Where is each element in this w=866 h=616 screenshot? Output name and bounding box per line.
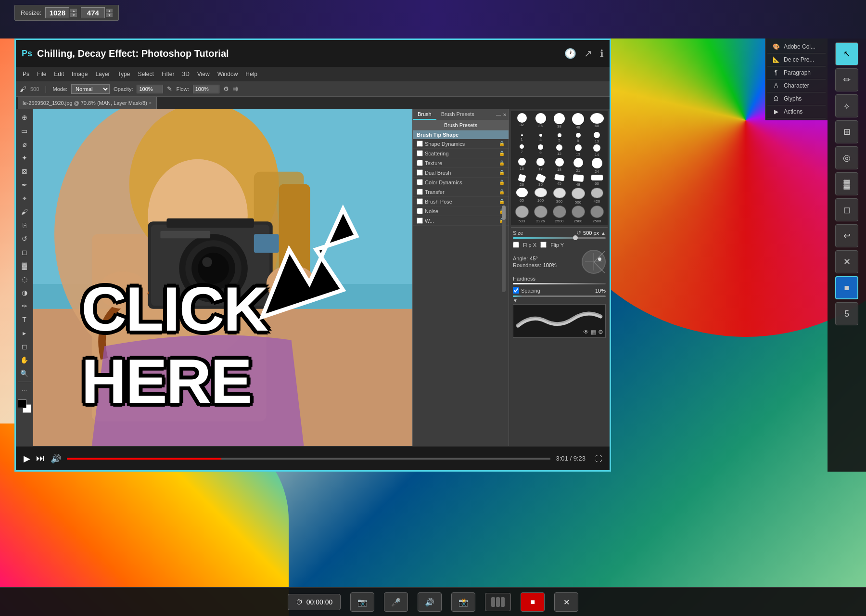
preset-35[interactable]: 35 (532, 175, 549, 187)
height-down-btn[interactable]: ▼ (106, 13, 113, 17)
info-icon[interactable]: ℹ (600, 48, 604, 59)
preset-24[interactable]: 24 (588, 158, 606, 174)
reset-size-icon[interactable]: ↺ (576, 230, 581, 236)
dual-brush-item[interactable]: Dual Brush 🔒 (413, 168, 509, 178)
preset-5[interactable]: 5 (550, 130, 568, 143)
preset-13[interactable]: 13 (588, 130, 606, 143)
play-btn[interactable]: ▶ (24, 453, 30, 464)
menu-edit[interactable]: Edit (51, 70, 67, 78)
heal-btn[interactable]: ⌖ (18, 192, 31, 205)
preset-26[interactable]: 26 (513, 175, 531, 187)
hardness-slider[interactable] (513, 283, 606, 284)
texture-check[interactable] (417, 160, 423, 166)
extra-tools-btn[interactable]: ··· (18, 384, 31, 397)
spacing-check[interactable] (513, 287, 519, 294)
preset-300[interactable]: 300 (550, 188, 568, 205)
preset-60[interactable]: 60 (588, 113, 606, 129)
preset-18[interactable]: 18 (550, 158, 568, 174)
preset-13b[interactable]: 13 (569, 144, 587, 157)
screenshot-btn[interactable]: 📸 (451, 592, 475, 612)
menu-3d[interactable]: 3D (179, 70, 192, 78)
preset-14[interactable]: 14 (588, 144, 606, 157)
close-tool-btn[interactable]: ✕ (835, 250, 858, 273)
preset-21[interactable]: 21 (569, 158, 587, 174)
menu-filter[interactable]: Filter (159, 70, 178, 78)
size-slider-track[interactable] (513, 237, 606, 239)
preset-65[interactable]: 65 (513, 188, 531, 205)
panel-collapse-btn[interactable]: — (496, 112, 501, 117)
preset-45[interactable]: 45 (550, 175, 568, 187)
brush-pose-check[interactable] (417, 198, 423, 205)
menu-file[interactable]: File (34, 70, 49, 78)
eraser-tool-btn[interactable]: ◻ (835, 198, 858, 221)
noise-check[interactable] (417, 208, 423, 214)
menu-select[interactable]: Select (135, 70, 156, 78)
clone-btn[interactable]: ⎘ (18, 219, 31, 231)
mode-select[interactable]: Normal (71, 84, 110, 94)
pen-btn[interactable]: ✑ (18, 300, 31, 312)
width-spinner[interactable]: ▲ ▼ (70, 9, 77, 17)
document-tab[interactable]: le-2569502_1920.jpg @ 70.8% (MAN, Layer … (18, 97, 157, 109)
resize-height[interactable]: 474 (81, 7, 105, 18)
resize-width[interactable]: 1028 (45, 7, 69, 18)
gradient-btn[interactable]: ▓ (18, 259, 31, 272)
preset-2226[interactable]: 2226 (532, 205, 549, 223)
shape-dynamics-item[interactable]: Shape Dynamics 🔒 (413, 139, 509, 149)
scattering-check[interactable] (417, 150, 423, 156)
texture-item[interactable]: Texture 🔒 (413, 158, 509, 168)
undo-tool-btn[interactable]: ↩ (835, 224, 858, 247)
color-dynamics-item[interactable]: Color Dynamics 🔒 (413, 178, 509, 187)
brush-btn[interactable]: 🖌 (18, 205, 31, 218)
transfer-item[interactable]: Transfer 🔒 (413, 187, 509, 197)
preset-100[interactable]: 100 (532, 188, 549, 205)
cursor-tool-btn[interactable]: ↖ (835, 42, 858, 65)
dual-brush-check[interactable] (417, 169, 423, 176)
history-icon[interactable]: 🕐 (564, 48, 576, 59)
preset-533[interactable]: 533 (513, 205, 531, 223)
hand-btn[interactable]: ✋ (18, 354, 31, 366)
width-up-btn[interactable]: ▲ (70, 9, 77, 13)
warp-tool-btn[interactable]: ◎ (835, 146, 858, 169)
pen-tool-btn[interactable]: ✏ (835, 68, 858, 91)
color-dynamics-check[interactable] (417, 179, 423, 185)
ps-canvas[interactable]: CLICK HERE (33, 109, 412, 446)
height-spinner[interactable]: ▲ ▼ (106, 9, 113, 17)
transform-tool-btn[interactable]: ⊞ (835, 120, 858, 143)
share-icon[interactable]: ↗ (584, 48, 592, 59)
height-up-btn[interactable]: ▲ (106, 9, 113, 13)
character-panel[interactable]: A Character (767, 79, 826, 92)
eraser-btn[interactable]: ◻ (18, 246, 31, 258)
menu-ps[interactable]: Ps (20, 70, 32, 78)
preset-2500c[interactable]: 2500 (588, 205, 606, 223)
angle-dot[interactable] (598, 257, 601, 261)
preset-36[interactable]: 36 (532, 113, 549, 129)
paragraph-panel[interactable]: ¶ Paragraph (767, 66, 826, 79)
preset-420[interactable]: 420 (588, 188, 606, 205)
shape-dynamics-check[interactable] (417, 141, 423, 147)
brush-tab[interactable]: Brush (413, 109, 436, 120)
menu-help[interactable]: Help (242, 70, 260, 78)
webcam-btn[interactable]: 📷 (350, 592, 374, 612)
select-rect-btn[interactable]: ▭ (18, 125, 31, 137)
adobe-color-panel[interactable]: 🎨 Adobe Col... (767, 40, 826, 53)
move-tool-btn[interactable]: ⊕ (18, 111, 31, 124)
preset-38[interactable]: 38 (550, 113, 568, 129)
glyphs-panel[interactable]: Ω Glyphs (767, 92, 826, 105)
eyedropper-btn[interactable]: ✒ (18, 179, 31, 191)
preset-2500b[interactable]: 2500 (569, 205, 587, 223)
menu-view[interactable]: View (194, 70, 213, 78)
speaker-btn[interactable]: 🔊 (418, 592, 442, 612)
preset-17[interactable]: 17 (532, 158, 549, 174)
preset-48[interactable]: 48 (569, 113, 587, 129)
size-slider-thumb[interactable] (573, 235, 578, 240)
flow-input[interactable] (193, 85, 219, 93)
width-down-btn[interactable]: ▼ (70, 13, 77, 17)
menu-layer[interactable]: Layer (92, 70, 113, 78)
scattering-item[interactable]: Scattering 🔒 (413, 149, 509, 158)
path-tool-btn[interactable]: ⟡ (835, 94, 858, 117)
preview-grid-icon[interactable]: ▦ (591, 329, 596, 335)
preset-7[interactable]: 7 (513, 144, 531, 157)
brush-presets-tab[interactable]: Brush Presets (436, 109, 479, 120)
lasso-btn[interactable]: ⌀ (18, 138, 31, 151)
preset-9[interactable]: 9 (569, 130, 587, 143)
